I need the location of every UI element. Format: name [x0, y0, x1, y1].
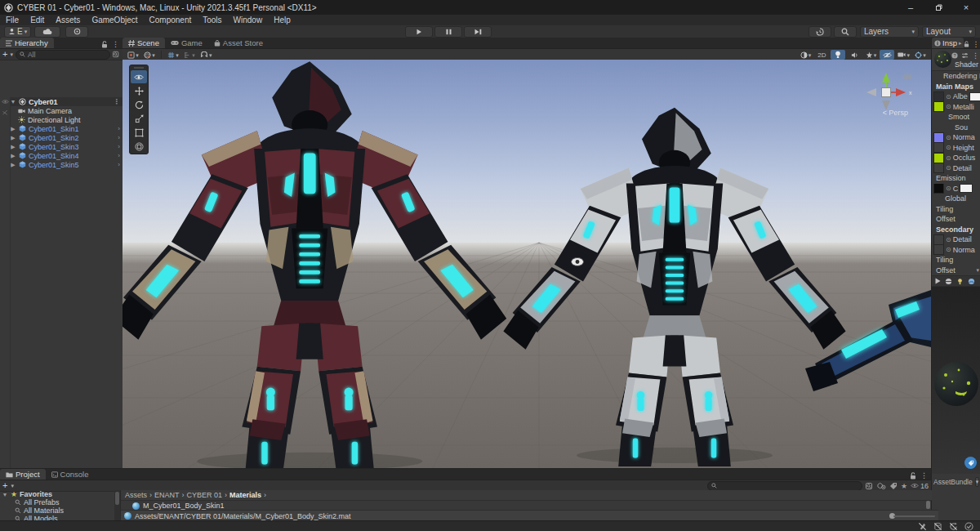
tool-rotation-button[interactable]: ▾: [142, 50, 157, 60]
prefab-open-chevron-icon[interactable]: ›: [118, 134, 120, 141]
2d-toggle-button[interactable]: 2D: [814, 50, 829, 60]
menu-gameobject[interactable]: GameObject: [86, 15, 143, 25]
layers-dropdown[interactable]: Layers ▾: [860, 26, 919, 38]
asset-labels-button[interactable]: [964, 457, 977, 469]
smoothness-source-row[interactable]: Sou: [932, 123, 980, 133]
shading-mode-dropdown[interactable]: ▾: [798, 50, 813, 60]
progress-check-icon[interactable]: [964, 522, 973, 531]
thumbnail-zoom-slider[interactable]: [889, 513, 935, 519]
texture-picker-icon[interactable]: ⊙: [946, 103, 951, 110]
search-everything-button[interactable]: [834, 26, 857, 38]
gizmos-dropdown[interactable]: ▾: [913, 50, 928, 60]
preview-shape-icon[interactable]: [945, 278, 952, 285]
scene-lighting-toggle[interactable]: [831, 50, 845, 60]
detail-albedo-texture-thumb[interactable]: [933, 234, 944, 245]
gizmo-neg-x-axis[interactable]: [866, 88, 876, 96]
kebab-menu-icon[interactable]: ⋮: [920, 471, 928, 480]
undo-history-button[interactable]: [808, 26, 831, 38]
secondary-normal-row[interactable]: ⊙ Norma: [932, 245, 980, 256]
assetbundle-dropdown[interactable]: ▾: [975, 477, 980, 487]
hierarchy-item-directional-light[interactable]: Directional Light: [10, 115, 122, 124]
menu-edit[interactable]: Edit: [24, 15, 50, 25]
favorites-star-icon[interactable]: ★: [901, 482, 907, 490]
project-list-scrollbar[interactable]: [926, 501, 930, 509]
menu-component[interactable]: Component: [144, 15, 198, 25]
smoothness-row[interactable]: Smoot: [932, 112, 980, 123]
packages-visibility-icon[interactable]: [877, 482, 886, 490]
effects-dropdown[interactable]: ▾: [863, 50, 878, 60]
gizmo-center-cube[interactable]: [882, 88, 891, 97]
occlusion-row[interactable]: ⊙ Occlus: [932, 153, 980, 163]
emission-texture-thumb[interactable]: [933, 184, 944, 194]
play-button[interactable]: [405, 26, 433, 38]
lock-icon[interactable]: [964, 41, 969, 47]
favorites-root[interactable]: ▼ ★ Favorites: [0, 490, 114, 498]
favorites-all-prefabs[interactable]: All Prefabs: [0, 498, 114, 506]
hierarchy-tab[interactable]: Hierarchy: [0, 38, 54, 48]
kebab-menu-icon[interactable]: ⋮: [112, 40, 119, 48]
favorites-all-materials[interactable]: All Materials: [0, 506, 114, 515]
hierarchy-item-skin4[interactable]: ▶ Cyber01_Skin4 ›: [10, 151, 122, 160]
texture-picker-icon[interactable]: ⊙: [946, 134, 951, 141]
detail-mask-row[interactable]: ⊙ Detail: [932, 163, 980, 174]
height-map-row[interactable]: ⊙ Height: [932, 143, 980, 154]
gizmo-y-axis[interactable]: [882, 73, 890, 83]
scale-tool-button[interactable]: [131, 112, 147, 125]
label-filter-icon[interactable]: [889, 482, 898, 490]
search-window-icon[interactable]: [113, 51, 120, 58]
step-button[interactable]: [464, 26, 492, 38]
menu-assets[interactable]: Assets: [50, 15, 86, 25]
project-search-input[interactable]: [707, 481, 862, 491]
grid-snapping-button[interactable]: ▾: [166, 50, 180, 60]
chevron-down-icon[interactable]: ▾: [11, 483, 14, 489]
help-icon[interactable]: ?: [951, 52, 958, 59]
normal-map-row[interactable]: ⊙ Norma: [932, 132, 980, 143]
texture-picker-icon[interactable]: ⊙: [946, 236, 951, 243]
preview-light-icon[interactable]: [956, 278, 964, 285]
material-preview-thumb[interactable]: [934, 51, 951, 68]
prefab-open-chevron-icon[interactable]: ›: [118, 152, 120, 159]
scene-viewport[interactable]: x < Persp: [122, 60, 931, 468]
texture-picker-icon[interactable]: ⊙: [946, 154, 951, 162]
hierarchy-item-skin3[interactable]: ▶ Cyber01_Skin3 ›: [10, 142, 122, 151]
tab-project[interactable]: Project: [0, 469, 46, 480]
scene-audio-toggle[interactable]: [847, 50, 862, 60]
tool-settings-button[interactable]: ▾: [126, 50, 140, 60]
texture-picker-icon[interactable]: ⊙: [946, 144, 951, 151]
tab-game[interactable]: Game: [165, 38, 208, 48]
perspective-label[interactable]: < Persp: [883, 109, 908, 117]
hierarchy-item-main-camera[interactable]: Main Camera: [10, 106, 122, 115]
prefab-open-chevron-icon[interactable]: ›: [118, 143, 120, 150]
albedo-color-swatch[interactable]: [969, 92, 980, 101]
foldout-collapsed-icon[interactable]: ▶: [10, 126, 16, 132]
scene-visibility-toggle[interactable]: [880, 50, 894, 60]
create-add-button[interactable]: +: [2, 481, 7, 490]
scene-visibility-eye-icon[interactable]: [2, 99, 9, 105]
overlay-drag-handle[interactable]: [130, 65, 148, 69]
texture-picker-icon[interactable]: ⊙: [946, 93, 951, 100]
secondary-tiling-row[interactable]: Tiling: [932, 255, 980, 266]
cloud-button[interactable]: [34, 26, 60, 38]
tiling-row[interactable]: Tiling: [932, 204, 980, 215]
layout-dropdown[interactable]: Layout ▾: [922, 26, 976, 38]
menu-help[interactable]: Help: [268, 15, 296, 25]
menu-window[interactable]: Window: [228, 15, 269, 25]
foldout-expanded-icon[interactable]: ▼: [10, 99, 16, 105]
offset-row[interactable]: Offset: [932, 214, 980, 225]
metallic-row[interactable]: ⊙ Metalli: [932, 102, 980, 113]
emission-color-swatch[interactable]: [960, 184, 973, 193]
rect-tool-button[interactable]: [131, 126, 147, 139]
rotate-tool-button[interactable]: [131, 98, 147, 111]
hierarchy-search-input[interactable]: All: [16, 50, 110, 60]
secondary-offset-row[interactable]: Offset ▾: [932, 266, 980, 276]
scroll-down-arrow-icon[interactable]: ▾: [976, 267, 979, 274]
material-preview-area[interactable]: [932, 287, 980, 474]
auto-generate-lighting-off-icon[interactable]: [918, 522, 927, 531]
gizmo-menu-pill[interactable]: [903, 74, 911, 79]
prefab-open-chevron-icon[interactable]: ›: [118, 125, 120, 132]
hierarchy-item-skin5[interactable]: ▶ Cyber01_Skin5 ›: [10, 160, 122, 169]
emission-color-row[interactable]: ⊙ C: [932, 184, 980, 194]
kebab-menu-icon[interactable]: ⋮: [972, 40, 979, 48]
project-tree-scrollbar[interactable]: [114, 490, 120, 521]
preview-play-icon[interactable]: [935, 278, 941, 284]
